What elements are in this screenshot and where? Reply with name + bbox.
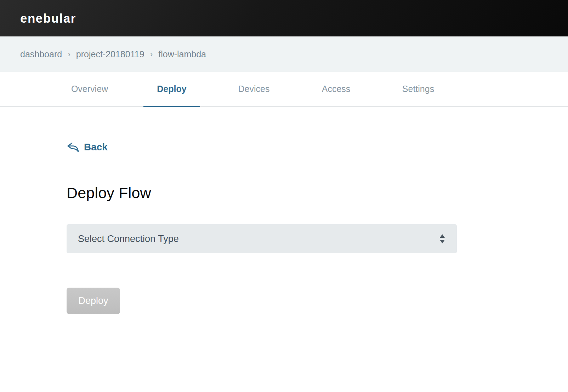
breadcrumb: dashboard › project-20180119 › flow-lamb… [0,36,568,72]
select-updown-arrows-icon [439,234,445,244]
breadcrumb-item-project[interactable]: project-20180119 [76,49,144,59]
page-title: Deploy Flow [67,184,568,202]
main-content: Back Deploy Flow Select Connection Type … [0,107,568,314]
back-arrow-icon [67,142,79,152]
tab-deploy[interactable]: Deploy [131,72,213,106]
back-label: Back [84,142,108,153]
enebular-logo[interactable]: enebular [20,11,76,25]
breadcrumb-item-flow[interactable]: flow-lambda [158,49,206,59]
connection-type-select[interactable]: Select Connection Type [67,224,457,253]
app-header: enebular [0,0,568,36]
select-value: Select Connection Type [78,234,179,244]
deploy-button[interactable]: Deploy [67,288,120,314]
breadcrumb-separator: › [150,50,153,59]
tab-overview[interactable]: Overview [49,72,131,106]
breadcrumb-separator: › [68,50,70,59]
back-link[interactable]: Back [67,142,108,153]
tab-access[interactable]: Access [295,72,377,106]
tab-devices[interactable]: Devices [213,72,295,106]
tab-bar: Overview Deploy Devices Access Settings [0,72,568,107]
tab-settings[interactable]: Settings [377,72,459,106]
breadcrumb-item-dashboard[interactable]: dashboard [20,49,62,59]
